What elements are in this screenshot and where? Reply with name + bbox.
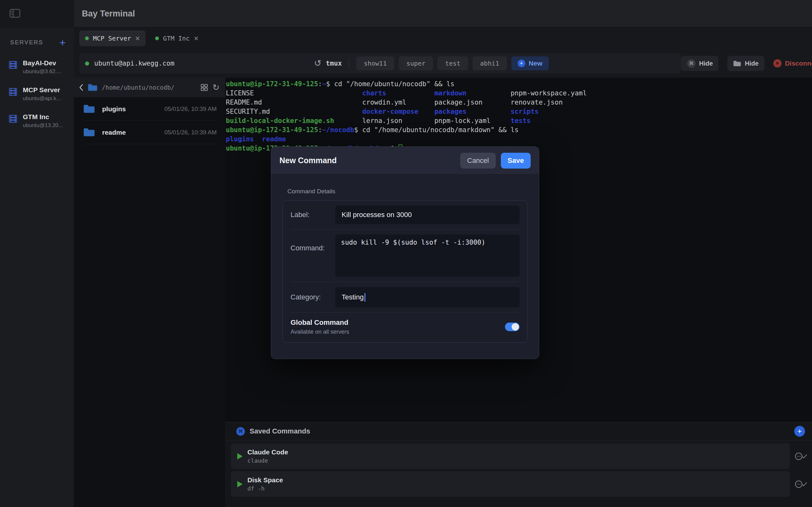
saved-command-name: Claude Code (247, 448, 288, 456)
file-row-plugins[interactable]: plugins 05/01/26, 10:39 AM (74, 97, 225, 120)
more-options-icon[interactable] (790, 480, 812, 489)
play-icon[interactable] (237, 481, 243, 487)
saved-command-row-1: Disk Space df -h (231, 471, 812, 497)
session-pill-super[interactable]: super (399, 56, 433, 70)
file-browser-header: /home/ubuntu/nocodb/ ↻ (74, 78, 225, 97)
file-browser: /home/ubuntu/nocodb/ ↻ plugins 05/01/26,… (74, 78, 225, 507)
global-command-title: Global Command (291, 319, 349, 327)
sidebar-toggle-icon[interactable] (9, 9, 20, 19)
app-window: SERVERS + BayAI-Dev ubuntu@3.62.... MCP … (0, 0, 812, 507)
server-host: ubuntu@13.20... (23, 122, 63, 129)
saved-command-row-0: Claude Code claude (231, 443, 812, 469)
disconnect-button[interactable]: × Disconnect (773, 59, 812, 67)
breadcrumb-path[interactable]: /home/ubuntu/nocodb/ (102, 84, 196, 91)
hide-files-button[interactable]: Hide (727, 56, 764, 71)
saved-commands-title: Saved Commands (250, 427, 310, 435)
divider (349, 58, 349, 68)
close-icon[interactable]: × (135, 35, 140, 42)
saved-command-text: Disk Space df -h (247, 476, 283, 492)
modal-title: New Command (280, 156, 460, 165)
close-icon[interactable]: × (194, 35, 198, 42)
tmux-label: tmux (326, 60, 342, 67)
server-host: ubuntu@api.k... (23, 95, 61, 102)
saved-command-text: Claude Code claude (247, 448, 288, 464)
file-row-readme[interactable]: readme 05/01/26, 10:39 AM (74, 121, 225, 144)
plus-icon: + (518, 60, 525, 67)
section-label: Command Details (287, 188, 527, 195)
saved-command-claude-code[interactable]: Claude Code claude (231, 443, 790, 469)
connection-bar: ubuntu@api.kwegg.com ↺ tmux show11 super… (79, 53, 681, 73)
hide-commands-label: Hide (699, 60, 713, 67)
tab-label: MCP Server (93, 35, 131, 42)
command-icon: ⌘ (687, 59, 696, 68)
server-item-text: BayAI-Dev ubuntu@3.62.... (23, 59, 61, 75)
grid-view-icon[interactable] (200, 83, 208, 92)
saved-commands-section: ⌘ Saved Commands + Claude Code claude (225, 422, 812, 507)
toggle-knob (512, 323, 519, 331)
server-name: MCP Server (23, 86, 61, 94)
label-field-label: Label: (291, 211, 335, 219)
terminal-line: build-local-docker-image.sh lerna.json p… (226, 116, 812, 125)
play-icon[interactable] (237, 453, 243, 459)
server-name: GTM Inc (23, 113, 63, 121)
label-field-row: Label: Kill processes on 3000 (283, 201, 527, 229)
saved-command-disk-space[interactable]: Disk Space df -h (231, 471, 790, 497)
command-details-card: Label: Kill processes on 3000 Command: s… (283, 200, 527, 343)
tab-gtm-inc[interactable]: GTM Inc × (149, 31, 204, 46)
sidebar-item-server-2[interactable]: GTM Inc ubuntu@13.20... (0, 107, 74, 134)
hide-commands-button[interactable]: ⌘ Hide (681, 56, 718, 71)
server-icon (8, 88, 18, 96)
folder-icon (88, 83, 98, 92)
divider (83, 144, 217, 144)
add-command-button[interactable]: + (794, 426, 805, 437)
server-icon (8, 114, 18, 123)
session-pill-show11[interactable]: show11 (356, 56, 394, 70)
terminal-line: README.md crowdin.yml package.json renov… (226, 98, 812, 107)
label-input[interactable]: Kill processes on 3000 (335, 206, 519, 224)
sidebar-item-server-0[interactable]: BayAI-Dev ubuntu@3.62.... (0, 54, 74, 80)
modal-header: New Command Cancel Save (271, 147, 539, 175)
status-dot (155, 37, 159, 40)
terminal-line: plugins readme (226, 135, 812, 144)
command-textarea[interactable]: sudo kill -9 $(sudo lsof -t -i:3000) (335, 234, 519, 277)
status-dot (85, 37, 89, 40)
new-session-button[interactable]: + New (511, 56, 549, 70)
file-name: plugins (102, 105, 126, 113)
folder-icon (83, 104, 95, 114)
command-field-label: Command: (291, 244, 335, 252)
add-server-button[interactable]: + (59, 37, 66, 48)
top-bar: Bay Terminal (74, 0, 812, 27)
new-session-label: New (529, 60, 542, 67)
tab-mcp-server[interactable]: MCP Server × (79, 31, 146, 46)
back-icon[interactable] (79, 83, 84, 91)
history-icon: ↺ (314, 59, 321, 68)
label-input-value: Kill processes on 3000 (342, 211, 412, 219)
global-command-text: Global Command Available on all servers (291, 319, 349, 335)
saved-command-name: Disk Space (247, 476, 283, 484)
refresh-icon[interactable]: ↻ (212, 83, 219, 92)
tab-bar: MCP Server × GTM Inc × (74, 27, 812, 49)
server-icon (8, 60, 18, 69)
global-command-toggle[interactable] (505, 323, 519, 331)
file-modified: 05/01/26, 10:39 AM (164, 106, 217, 112)
tab-label: GTM Inc (163, 35, 190, 42)
category-field-label: Category: (291, 293, 335, 301)
terminal-line: ubuntu@ip-172-31-49-125:~/nocodb$ cd "/h… (226, 125, 812, 135)
command-icon: ⌘ (236, 427, 245, 436)
text-caret (364, 293, 365, 302)
servers-header: SERVERS + (0, 27, 74, 54)
category-input-value: Testing (342, 293, 364, 301)
connection-row: ubuntu@api.kwegg.com ↺ tmux show11 super… (74, 49, 812, 78)
save-button[interactable]: Save (501, 153, 531, 169)
command-field-row: Command: sudo kill -9 $(sudo lsof -t -i:… (283, 229, 527, 282)
server-host: ubuntu@3.62.... (23, 68, 61, 75)
session-pill-test[interactable]: test (438, 56, 468, 70)
sidebar-item-server-1[interactable]: MCP Server ubuntu@api.k... (0, 80, 74, 107)
session-pill-abhi1[interactable]: abhi1 (473, 56, 507, 70)
cancel-button[interactable]: Cancel (460, 153, 496, 169)
category-field-row: Category: Testing (283, 282, 527, 313)
category-input[interactable]: Testing (335, 287, 519, 307)
command-textarea-value: sudo kill -9 $(sudo lsof -t -i:3000) (341, 239, 485, 246)
servers-section-label: SERVERS (10, 39, 59, 46)
more-options-icon[interactable] (790, 452, 812, 461)
